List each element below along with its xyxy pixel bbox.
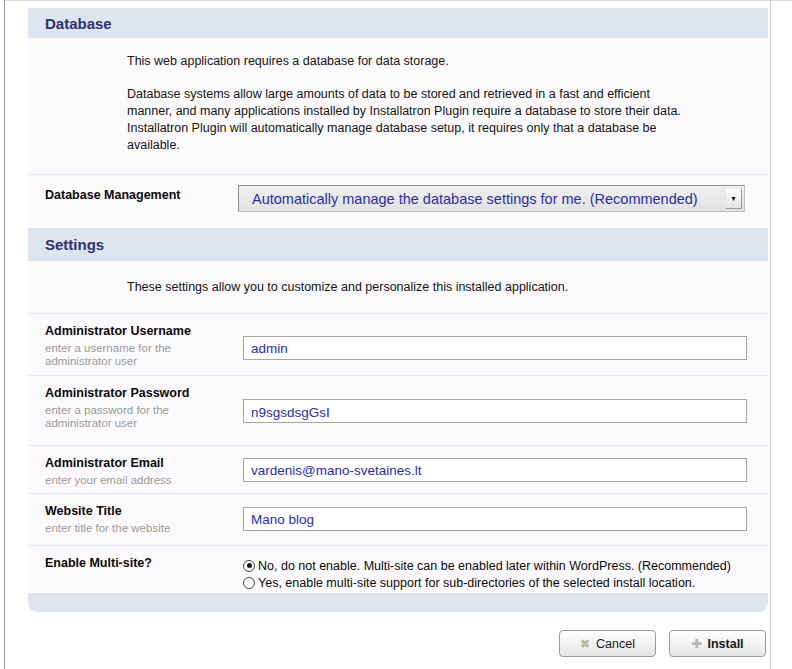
database-management-label-col: Database Management	[28, 185, 226, 228]
admin-password-input[interactable]	[243, 399, 747, 423]
database-intro-paragraph-1: This web application requires a database…	[127, 53, 683, 70]
installer-form: Database This web application requires a…	[28, 8, 768, 657]
settings-intro-row: These settings allow you to customize an…	[28, 261, 768, 313]
cancel-icon: ✖	[580, 637, 590, 651]
admin-password-hint: enter a password for the administrator u…	[45, 404, 187, 430]
multisite-option-no-label: No, do not enable. Multi-site can be ena…	[258, 559, 731, 573]
admin-email-input[interactable]	[243, 458, 747, 482]
admin-email-row: Administrator Email enter your email add…	[28, 445, 768, 493]
form-footer-bar	[28, 593, 768, 612]
install-button-label: Install	[707, 637, 743, 651]
database-section-title: Database	[45, 15, 112, 32]
scrollbar-track-border	[770, 0, 771, 669]
database-management-label: Database Management	[45, 188, 226, 203]
multisite-option-yes[interactable]: Yes, enable multi-site support for sub-d…	[243, 574, 731, 591]
cancel-button-label: Cancel	[596, 637, 635, 651]
admin-username-row: Administrator Username enter a username …	[28, 313, 768, 375]
admin-email-label-col: Administrator Email enter your email add…	[28, 456, 226, 493]
admin-username-input[interactable]	[243, 336, 747, 360]
multisite-options: No, do not enable. Multi-site can be ena…	[243, 556, 731, 593]
multisite-row: Enable Multi-site? No, do not enable. Mu…	[28, 545, 768, 593]
admin-username-label-col: Administrator Username enter a username …	[28, 324, 226, 375]
database-section-header: Database	[28, 8, 768, 38]
website-title-label-col: Website Title enter title for the websit…	[28, 504, 226, 545]
select-dropdown-button[interactable]: ▼	[725, 188, 742, 209]
cancel-button[interactable]: ✖ Cancel	[559, 630, 656, 657]
plus-icon: ✚	[691, 637, 701, 651]
admin-email-label: Administrator Email	[45, 456, 226, 471]
window-top-border	[5, 0, 792, 1]
install-button[interactable]: ✚ Install	[669, 630, 766, 657]
website-title-hint: enter title for the website	[45, 522, 187, 535]
database-management-select[interactable]: Automatically manage the database settin…	[238, 185, 745, 212]
multisite-label: Enable Multi-site?	[45, 556, 226, 571]
radio-checked-icon[interactable]	[243, 560, 255, 572]
website-title-input[interactable]	[243, 507, 747, 531]
chevron-down-icon: ▼	[730, 195, 737, 202]
admin-password-label: Administrator Password	[45, 386, 226, 401]
settings-intro-text: These settings allow you to customize an…	[127, 280, 568, 294]
database-management-row: Database Management Automatically manage…	[28, 174, 768, 228]
radio-unchecked-icon[interactable]	[243, 577, 255, 589]
website-title-label: Website Title	[45, 504, 226, 519]
admin-password-row: Administrator Password enter a password …	[28, 375, 768, 445]
action-button-bar: ✖ Cancel ✚ Install	[28, 630, 768, 657]
settings-section-title: Settings	[45, 236, 104, 253]
multisite-label-col: Enable Multi-site?	[28, 556, 226, 593]
admin-password-label-col: Administrator Password enter a password …	[28, 386, 226, 445]
database-management-selected-option: Automatically manage the database settin…	[239, 191, 725, 207]
multisite-option-no[interactable]: No, do not enable. Multi-site can be ena…	[243, 557, 731, 574]
database-intro-paragraph-2: Database systems allow large amounts of …	[127, 86, 683, 154]
admin-username-label: Administrator Username	[45, 324, 226, 339]
website-title-row: Website Title enter title for the websit…	[28, 493, 768, 545]
database-intro-row: This web application requires a database…	[28, 38, 768, 174]
window-left-border	[4, 0, 5, 669]
multisite-option-yes-label: Yes, enable multi-site support for sub-d…	[258, 576, 695, 590]
admin-username-hint: enter a username for the administrator u…	[45, 342, 187, 368]
settings-section-header: Settings	[28, 228, 768, 261]
admin-email-hint: enter your email address	[45, 474, 187, 487]
